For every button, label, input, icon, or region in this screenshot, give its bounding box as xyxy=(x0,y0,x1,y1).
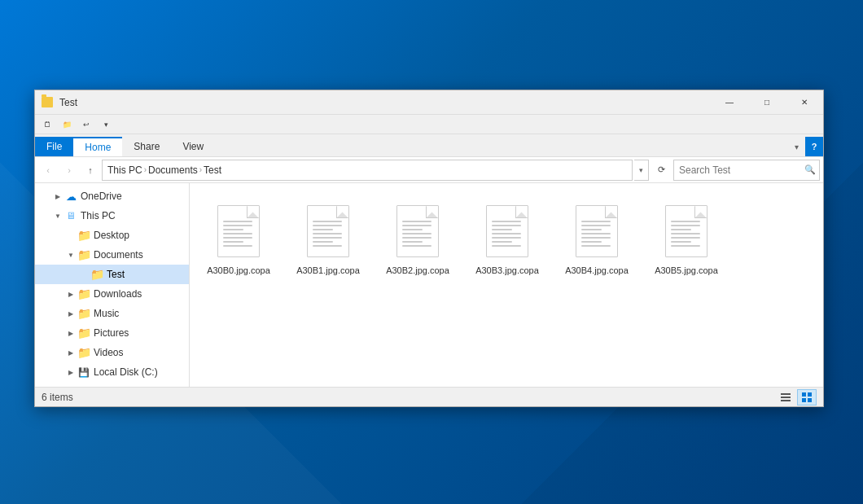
file-icon-wrapper xyxy=(302,201,354,261)
qa-dropdown-button[interactable]: ▾ xyxy=(97,116,115,133)
sidebar-item-localdisk[interactable]: ▶ 💾 Local Disk (C:) xyxy=(35,362,189,382)
cloud-icon: ☁ xyxy=(64,190,77,203)
file-icon-wrapper xyxy=(660,201,712,261)
file-name: A30B1.jpg.copa xyxy=(296,265,360,276)
file-content-area[interactable]: A30B0.jpg.copaA30B1.jpg.copaA30B2.jpg.co… xyxy=(190,183,823,387)
restore-button[interactable]: □ xyxy=(748,90,786,115)
ribbon-tabs: File Home Share View ▾ ? xyxy=(35,134,823,157)
music-folder-icon: 📁 xyxy=(77,307,90,320)
document-icon xyxy=(396,205,439,257)
file-icon-wrapper xyxy=(571,201,623,261)
status-bar: 6 items xyxy=(35,387,823,406)
expand-localdisk-icon: ▶ xyxy=(64,366,77,379)
sidebar-item-desktop[interactable]: 📁 Desktop xyxy=(35,226,189,245)
sidebar: ▶ ☁ OneDrive ▼ 🖥 This PC 📁 Desktop ▼ 📁 D… xyxy=(35,183,190,387)
svg-rect-1 xyxy=(781,397,791,398)
sidebar-label-thispc: This PC xyxy=(81,210,116,221)
view-toggle-buttons xyxy=(776,389,817,405)
file-name: A30B0.jpg.copa xyxy=(207,265,270,276)
minimize-button[interactable]: — xyxy=(711,90,748,115)
navigation-bar: ‹ › ↑ This PC › Documents › Test ▾ ⟳ 🔍 xyxy=(35,157,823,183)
sidebar-item-documents[interactable]: ▼ 📁 Documents xyxy=(35,245,189,265)
file-item[interactable]: A30B4.jpg.copa xyxy=(556,196,637,281)
qa-properties-button[interactable]: 🗒 xyxy=(38,116,56,133)
tab-home[interactable]: Home xyxy=(73,137,122,156)
breadcrumb-documents: Documents xyxy=(148,164,198,176)
desktop-folder-icon: 📁 xyxy=(77,229,90,242)
help-button[interactable]: ? xyxy=(805,137,823,156)
title-bar-icons xyxy=(42,96,55,109)
up-button[interactable]: ↑ xyxy=(81,160,100,181)
sidebar-label-downloads: Downloads xyxy=(94,288,142,300)
window-title: Test xyxy=(59,97,711,108)
expand-onedrive-icon: ▶ xyxy=(51,190,64,203)
pc-icon: 🖥 xyxy=(64,209,77,222)
sidebar-label-music: Music xyxy=(94,308,119,319)
address-dropdown-button[interactable]: ▾ xyxy=(634,160,649,181)
svg-rect-6 xyxy=(808,398,812,402)
search-icon: 🔍 xyxy=(804,164,816,175)
ribbon-collapse-button[interactable]: ▾ xyxy=(787,137,805,156)
file-name: A30B5.jpg.copa xyxy=(655,265,718,276)
sidebar-item-pictures[interactable]: ▶ 📁 Pictures xyxy=(35,323,189,343)
sidebar-item-thispc[interactable]: ▼ 🖥 This PC xyxy=(35,206,189,226)
window-icon xyxy=(42,96,55,109)
breadcrumb-thispc: This PC xyxy=(107,164,142,176)
file-name: A30B4.jpg.copa xyxy=(565,265,629,276)
file-name: A30B3.jpg.copa xyxy=(475,265,539,276)
file-icon-wrapper xyxy=(481,201,533,261)
sidebar-item-test[interactable]: 📁 Test xyxy=(35,265,189,284)
sidebar-item-videos[interactable]: ▶ 📁 Videos xyxy=(35,343,189,362)
file-item[interactable]: A30B3.jpg.copa xyxy=(467,196,548,281)
svg-rect-3 xyxy=(802,392,806,397)
svg-rect-2 xyxy=(781,400,791,401)
qa-undo-button[interactable]: ↩ xyxy=(77,116,95,133)
document-icon xyxy=(217,205,260,257)
file-item[interactable]: A30B1.jpg.copa xyxy=(287,196,369,281)
expand-pictures-icon: ▶ xyxy=(64,327,77,340)
expand-downloads-icon: ▶ xyxy=(64,287,77,300)
file-item[interactable]: A30B2.jpg.copa xyxy=(377,196,458,281)
drive-icon: 💾 xyxy=(77,366,90,379)
search-bar[interactable]: 🔍 xyxy=(673,160,820,181)
main-area: ▶ ☁ OneDrive ▼ 🖥 This PC 📁 Desktop ▼ 📁 D… xyxy=(35,183,823,387)
document-icon xyxy=(576,205,618,257)
file-item[interactable]: A30B0.jpg.copa xyxy=(198,196,279,281)
refresh-button[interactable]: ⟳ xyxy=(651,160,672,181)
expand-music-icon: ▶ xyxy=(64,307,77,320)
sidebar-label-localdisk: Local Disk (C:) xyxy=(94,366,158,378)
forward-button[interactable]: › xyxy=(59,160,79,181)
address-bar[interactable]: This PC › Documents › Test xyxy=(102,160,633,181)
back-button[interactable]: ‹ xyxy=(38,160,58,181)
svg-rect-4 xyxy=(808,392,812,397)
details-view-button[interactable] xyxy=(776,389,795,405)
sidebar-item-downloads[interactable]: ▶ 📁 Downloads xyxy=(35,284,189,304)
breadcrumb-test: Test xyxy=(204,164,221,176)
file-icon-wrapper xyxy=(392,201,444,261)
sidebar-item-music[interactable]: ▶ 📁 Music xyxy=(35,304,189,323)
expand-thispc-icon: ▼ xyxy=(51,209,64,222)
downloads-folder-icon: 📁 xyxy=(77,287,90,300)
tab-file[interactable]: File xyxy=(35,137,73,156)
explorer-window: Test — □ ✕ 🗒 📁 ↩ ▾ File Home Share View … xyxy=(34,90,824,407)
expand-test-placeholder xyxy=(77,268,90,281)
tab-share[interactable]: Share xyxy=(122,137,171,156)
status-item-count: 6 items xyxy=(42,392,776,403)
file-name: A30B2.jpg.copa xyxy=(386,265,449,276)
file-item[interactable]: A30B5.jpg.copa xyxy=(646,196,727,281)
quick-access-toolbar: 🗒 📁 ↩ ▾ xyxy=(35,115,823,134)
videos-folder-icon: 📁 xyxy=(77,346,90,359)
sidebar-item-onedrive[interactable]: ▶ ☁ OneDrive xyxy=(35,186,189,206)
tab-view[interactable]: View xyxy=(171,137,215,156)
sidebar-label-onedrive: OneDrive xyxy=(81,191,122,202)
title-bar: Test — □ ✕ xyxy=(35,90,823,115)
folder-icon xyxy=(42,97,53,107)
large-icon-view-button[interactable] xyxy=(797,389,817,405)
sidebar-label-desktop: Desktop xyxy=(94,230,129,241)
close-button[interactable]: ✕ xyxy=(786,90,823,115)
svg-rect-0 xyxy=(781,393,791,395)
qa-new-folder-button[interactable]: 📁 xyxy=(58,116,76,133)
document-icon xyxy=(665,205,707,257)
search-input[interactable] xyxy=(679,164,801,176)
sidebar-label-pictures: Pictures xyxy=(94,327,129,339)
